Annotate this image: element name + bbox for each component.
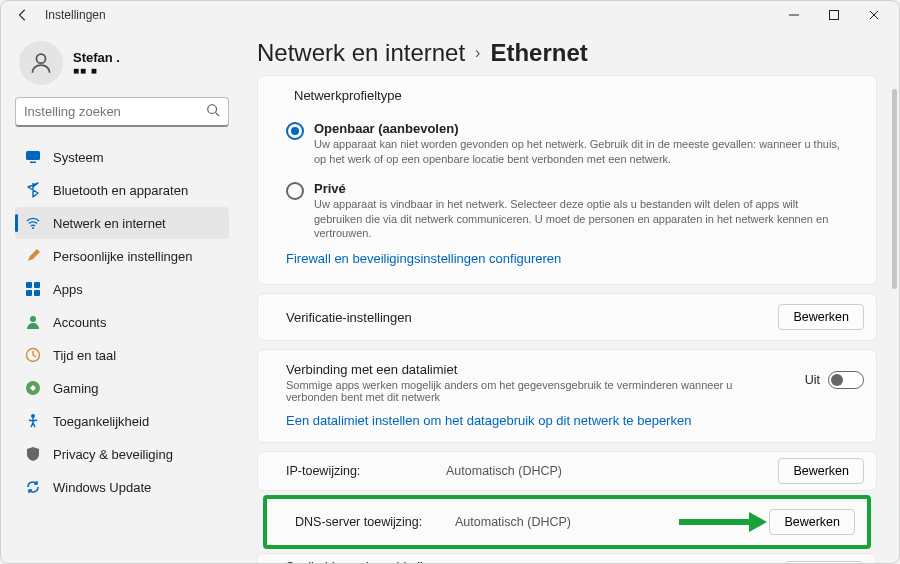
ip-value: Automatisch (DHCP) — [446, 464, 778, 478]
panel-details: Snelheid van de verbinding (ontvangen/ve… — [257, 553, 877, 563]
nav-label: Gaming — [53, 381, 99, 396]
nav-label: Tijd en taal — [53, 348, 116, 363]
radio-public-row[interactable]: Openbaar (aanbevolen) Uw apparaat kan ni… — [258, 117, 876, 169]
radio-public-desc: Uw apparaat kan niet worden gevonden op … — [314, 137, 848, 167]
svg-rect-9 — [34, 282, 40, 288]
svg-point-3 — [208, 104, 217, 113]
radio-private[interactable] — [286, 182, 304, 200]
svg-point-12 — [30, 316, 36, 322]
bluetooth-icon — [25, 182, 41, 198]
brush-icon — [25, 248, 41, 264]
user-email: ■■ ■ — [73, 65, 120, 76]
settings-window: Instellingen Stefan . ■■ ■ — [0, 0, 900, 564]
verification-edit-button[interactable]: Bewerken — [778, 304, 864, 330]
nav-accessibility[interactable]: Toegankelijkheid — [15, 405, 229, 437]
panel-ip: IP-toewijzing: Automatisch (DHCP) Bewerk… — [257, 451, 877, 491]
svg-point-7 — [32, 227, 34, 229]
svg-marker-17 — [749, 512, 767, 532]
verification-row: Verificatie-instellingen Bewerken — [258, 294, 876, 340]
section-title-profile: Netwerkprofieltype — [258, 86, 876, 109]
nav-list: Systeem Bluetooth en apparaten Netwerk e… — [15, 141, 229, 503]
clock-icon — [25, 347, 41, 363]
main-content: Netwerk en internet › Ethernet Netwerkpr… — [239, 29, 899, 563]
nav-system[interactable]: Systeem — [15, 141, 229, 173]
minimize-button[interactable] — [775, 3, 813, 27]
ip-edit-button[interactable]: Bewerken — [778, 458, 864, 484]
radio-private-label: Privé — [314, 181, 848, 196]
svg-point-15 — [31, 414, 35, 418]
firewall-link[interactable]: Firewall en beveiligingsinstellingen con… — [258, 243, 876, 274]
gaming-icon — [25, 380, 41, 396]
nav-label: Privacy & beveiliging — [53, 447, 173, 462]
sidebar: Stefan . ■■ ■ Systeem Bluetooth en appar… — [1, 29, 239, 563]
scrollbar[interactable] — [892, 89, 897, 557]
metered-desc: Sommige apps werken mogelijk anders om h… — [286, 379, 746, 403]
dns-edit-button[interactable]: Bewerken — [769, 509, 855, 535]
user-name: Stefan . — [73, 50, 120, 65]
nav-time[interactable]: Tijd en taal — [15, 339, 229, 371]
nav-gaming[interactable]: Gaming — [15, 372, 229, 404]
nav-label: Accounts — [53, 315, 106, 330]
nav-update[interactable]: Windows Update — [15, 471, 229, 503]
svg-rect-8 — [26, 282, 32, 288]
nav-accounts[interactable]: Accounts — [15, 306, 229, 338]
nav-network[interactable]: Netwerk en internet — [15, 207, 229, 239]
svg-rect-1 — [830, 11, 839, 20]
nav-bluetooth[interactable]: Bluetooth en apparaten — [15, 174, 229, 206]
person-icon — [25, 314, 41, 330]
chevron-right-icon: › — [475, 44, 480, 62]
breadcrumb-current: Ethernet — [490, 39, 587, 67]
svg-rect-6 — [30, 162, 36, 164]
metered-link[interactable]: Een datalimiet instellen om het datagebr… — [258, 403, 876, 436]
dns-key: DNS-server toewijzing: — [295, 515, 455, 529]
nav-apps[interactable]: Apps — [15, 273, 229, 305]
speed-copy-button[interactable]: Kopiëren — [784, 561, 864, 563]
panel-dns: DNS-server toewijzing: Automatisch (DHCP… — [267, 499, 867, 545]
metered-toggle[interactable] — [828, 371, 864, 389]
search-input[interactable] — [24, 104, 206, 119]
back-button[interactable] — [11, 3, 35, 27]
wifi-icon — [25, 215, 41, 231]
panel-verification: Verificatie-instellingen Bewerken — [257, 293, 877, 341]
radio-public[interactable] — [286, 122, 304, 140]
speed-key: Snelheid van de verbinding (ontvangen/ve… — [286, 560, 446, 563]
search-box[interactable] — [15, 97, 229, 127]
radio-private-desc: Uw apparaat is vindbaar in het netwerk. … — [314, 197, 848, 242]
nav-label: Toegankelijkheid — [53, 414, 149, 429]
nav-label: Systeem — [53, 150, 104, 165]
nav-label: Netwerk en internet — [53, 216, 166, 231]
svg-line-4 — [216, 112, 220, 116]
user-row[interactable]: Stefan . ■■ ■ — [15, 37, 229, 97]
avatar — [19, 41, 63, 85]
apps-icon — [25, 281, 41, 297]
nav-label: Apps — [53, 282, 83, 297]
radio-private-row[interactable]: Privé Uw apparaat is vindbaar in het net… — [258, 177, 876, 244]
svg-rect-11 — [34, 290, 40, 296]
close-button[interactable] — [855, 3, 893, 27]
window-title: Instellingen — [45, 8, 106, 22]
breadcrumb: Netwerk en internet › Ethernet — [257, 37, 877, 75]
monitor-icon — [25, 149, 41, 165]
shield-icon — [25, 446, 41, 462]
breadcrumb-parent[interactable]: Netwerk en internet — [257, 39, 465, 67]
nav-label: Persoonlijke instellingen — [53, 249, 192, 264]
titlebar: Instellingen — [1, 1, 899, 29]
radio-public-label: Openbaar (aanbevolen) — [314, 121, 848, 136]
scrollbar-thumb[interactable] — [892, 89, 897, 289]
maximize-button[interactable] — [815, 3, 853, 27]
svg-rect-5 — [26, 151, 40, 160]
verification-label: Verificatie-instellingen — [286, 310, 778, 325]
panel-metered: Verbinding met een datalimiet Sommige ap… — [257, 349, 877, 443]
nav-privacy[interactable]: Privacy & beveiliging — [15, 438, 229, 470]
ip-key: IP-toewijzing: — [286, 464, 446, 478]
metered-toggle-label: Uit — [805, 373, 820, 387]
search-icon — [206, 103, 220, 121]
svg-rect-10 — [26, 290, 32, 296]
metered-title: Verbinding met een datalimiet — [286, 362, 793, 377]
update-icon — [25, 479, 41, 495]
svg-point-2 — [36, 54, 45, 63]
accessibility-icon — [25, 413, 41, 429]
nav-label: Bluetooth en apparaten — [53, 183, 188, 198]
annotation-arrow-icon — [677, 510, 767, 534]
nav-personalization[interactable]: Persoonlijke instellingen — [15, 240, 229, 272]
